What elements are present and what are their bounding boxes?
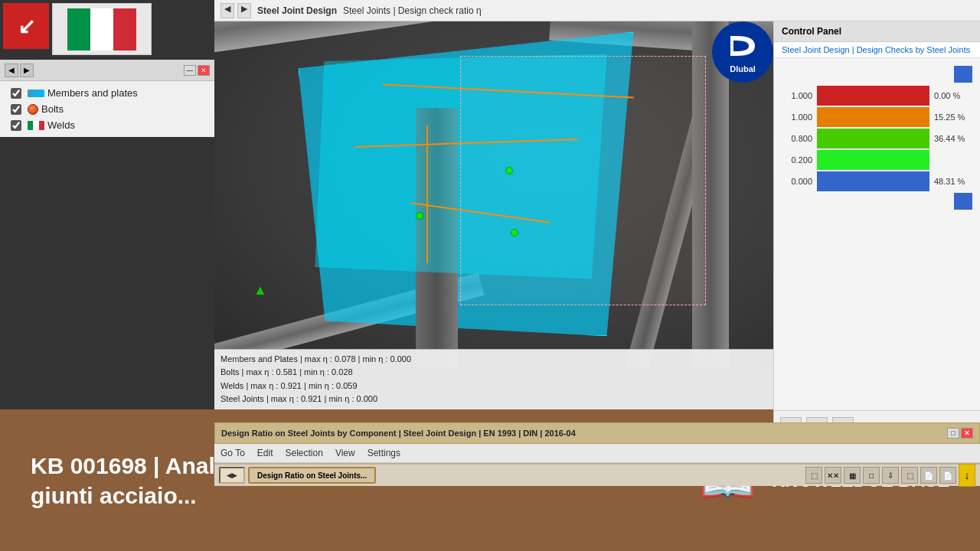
svg-rect-1 (733, 41, 737, 51)
welds-item[interactable]: Welds (11, 119, 204, 131)
menu-goto[interactable]: Go To (220, 448, 245, 458)
legend-row-green: 0.800 36.44 % (782, 129, 972, 148)
taskbar-active-btn[interactable]: Design Ratio on Steel Joints... (248, 467, 376, 484)
viewport-3d[interactable]: ▲ (214, 21, 773, 367)
flag-green (67, 8, 90, 51)
legend-bar-orange (817, 107, 929, 127)
bottom-menu: Go To Edit Selection View Settings (214, 444, 980, 463)
legend-val-5: 0.000 (782, 177, 812, 186)
dlubal-text: Dlubal (730, 64, 756, 73)
taskbar-icon-7[interactable]: 📄 (920, 467, 937, 484)
nav-next-btn[interactable]: ▶ (20, 64, 34, 77)
toolbar: ◀ ▶ (220, 0, 251, 21)
legend-row-red: 1.000 0.00 % (782, 86, 972, 106)
bolts-label: Bolts (41, 103, 64, 115)
legend-pct-5: 48.31 % (934, 177, 972, 186)
legend-val-1: 1.000 (782, 91, 812, 100)
app-title: Steel Joint Design (257, 5, 337, 16)
green-arrow: ▲ (253, 282, 267, 298)
legend-blue-bottom-row (782, 193, 972, 210)
legend-bar-blue (817, 171, 929, 191)
taskbar-yellow-arrow[interactable]: ↓ (959, 464, 975, 487)
status-line-1: Members and Plates | max η : 0.078 | min… (220, 353, 767, 367)
members-icon (28, 90, 44, 97)
menu-selection[interactable]: Selection (286, 448, 323, 458)
members-plates-checkbox[interactable] (11, 88, 21, 99)
legend-bar-red (817, 86, 929, 106)
bottom-minimize-btn[interactable]: □ (947, 428, 959, 439)
dlubal-logo-svg (729, 34, 756, 57)
welds-checkbox[interactable] (11, 120, 21, 131)
nav-prev-btn[interactable]: ◀ (5, 64, 18, 77)
legend-val-2: 1.000 (782, 112, 812, 122)
close-btn[interactable]: ✕ (198, 65, 210, 76)
taskbar-right-icons: ⬚ ✕✕ ▦ □ ⇩ ⬚ 📄 📄 ↓ (805, 464, 975, 487)
bottom-close-btn[interactable]: ✕ (961, 428, 973, 439)
taskbar-icon-6[interactable]: ⬚ (901, 467, 918, 484)
bolts-checkbox[interactable] (11, 104, 21, 115)
members-plates-label: Members and plates (47, 87, 138, 99)
dlubal-logo-inner (724, 31, 762, 61)
flag-red (113, 8, 136, 51)
node-3 (416, 212, 423, 220)
taskbar: ◀▶ Design Ratio on Steel Joints... ⬚ ✕✕ … (214, 463, 980, 486)
title-content: ◀ ▶ Steel Joint Design Steel Joints | De… (220, 0, 974, 21)
legend-bar-green (817, 129, 929, 148)
legend-blue-top-bar (954, 66, 972, 83)
status-line-3: Welds | max η : 0.921 | min η : 0.059 (220, 380, 767, 393)
menu-view[interactable]: View (335, 448, 355, 458)
status-bar: Members and Plates | max η : 0.078 | min… (214, 349, 773, 409)
main-screen: ↙ ◀ ▶ — ✕ Members and plates (0, 0, 980, 551)
orange-line-4 (426, 126, 428, 264)
flag-panel (52, 3, 152, 55)
legend-chart: 1.000 0.00 % 1.000 15.25 % 0.800 36.44 %… (774, 58, 980, 217)
status-line-2: Bolts | max η : 0.581 | min η : 0.028 (220, 366, 767, 380)
left-panel-header: ◀ ▶ — ✕ (0, 60, 214, 81)
taskbar-btn-1[interactable]: ◀▶ (219, 467, 245, 484)
dlubal-logo: Dlubal (712, 21, 773, 83)
taskbar-icon-5[interactable]: ⇩ (882, 467, 899, 484)
legend-val-3: 0.800 (782, 134, 812, 143)
legend-row-blue: 0.000 48.31 % (782, 171, 972, 191)
taskbar-icon-3[interactable]: ▦ (844, 467, 861, 484)
legend-pct-1: 0.00 % (934, 91, 972, 100)
bottom-bar-controls: □ ✕ (947, 428, 973, 439)
back-arrow-icon[interactable]: ↙ (3, 3, 49, 49)
legend-blue-bottom-bar (954, 193, 972, 210)
legend-blue-top-row (782, 66, 972, 83)
menu-settings[interactable]: Settings (368, 448, 400, 458)
legend-bar-lightgreen (817, 150, 929, 170)
app-subtitle: Steel Joints | Design check ratio η (343, 5, 482, 16)
bottom-window-title: Design Ratio on Steel Joints by Componen… (221, 429, 576, 438)
layer-list: Members and plates Bolts Welds (0, 81, 214, 137)
legend-val-4: 0.200 (782, 155, 812, 165)
back-btn[interactable]: ◀ (220, 3, 234, 18)
flag-white (90, 8, 113, 51)
viewport-bg: ▲ (214, 21, 773, 367)
selection-box (460, 56, 706, 305)
members-plates-item[interactable]: Members and plates (11, 87, 204, 99)
legend-row-lightgreen: 0.200 (782, 150, 972, 170)
bolts-icon (28, 104, 38, 115)
legend-row-orange: 1.000 15.25 % (782, 107, 972, 127)
control-panel: Control Panel Steel Joint Design | Desig… (773, 21, 980, 444)
taskbar-icon-4[interactable]: □ (863, 467, 880, 484)
menu-edit[interactable]: Edit (257, 448, 273, 458)
nav-arrows: ◀ ▶ (5, 64, 34, 77)
cp-subtitle: Steel Joint Design | Design Checks by St… (774, 42, 980, 58)
minimize-btn[interactable]: — (184, 65, 196, 76)
legend-pct-2: 15.25 % (934, 112, 972, 122)
welds-icon (28, 121, 44, 130)
welds-label: Welds (47, 119, 75, 131)
cp-title: Control Panel (774, 21, 980, 42)
legend-pct-3: 36.44 % (934, 134, 972, 143)
left-panel-controls: — ✕ (184, 65, 210, 76)
forward-btn[interactable]: ▶ (237, 3, 251, 18)
bottom-window-bar: Design Ratio on Steel Joints by Componen… (214, 422, 980, 444)
taskbar-icon-8[interactable]: 📄 (939, 467, 956, 484)
title-bar: ◀ ▶ Steel Joint Design Steel Joints | De… (214, 0, 980, 21)
bolts-item[interactable]: Bolts (11, 103, 204, 115)
taskbar-icon-2[interactable]: ✕✕ (825, 467, 841, 484)
taskbar-icon-1[interactable]: ⬚ (805, 467, 822, 484)
flag-italy (67, 8, 136, 51)
